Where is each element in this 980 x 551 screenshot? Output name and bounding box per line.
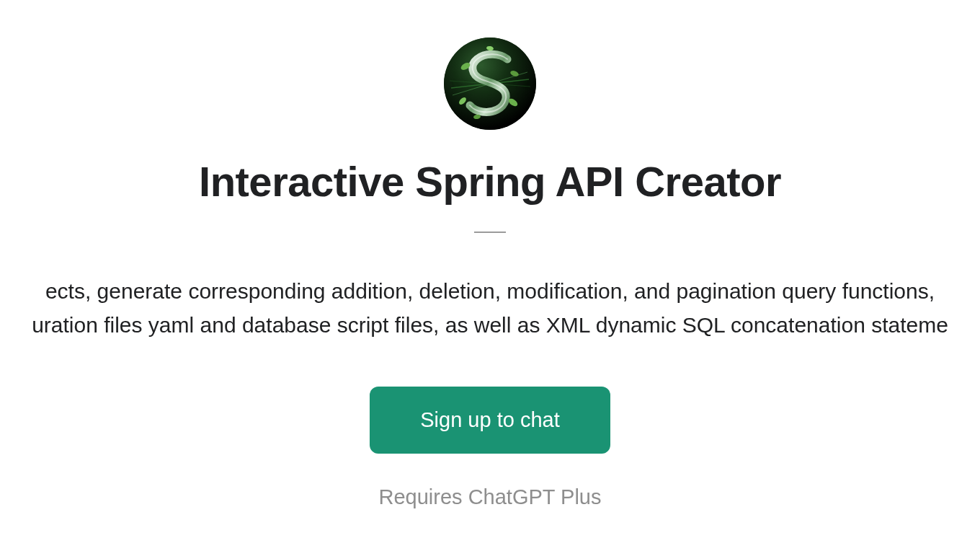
- requires-label: Requires ChatGPT Plus: [379, 485, 602, 509]
- signup-button[interactable]: Sign up to chat: [370, 387, 610, 454]
- title-divider: [474, 232, 506, 233]
- page-title: Interactive Spring API Creator: [199, 157, 781, 206]
- description-line-1: ects, generate corresponding addition, d…: [0, 275, 980, 309]
- spring-s-icon: [444, 38, 536, 130]
- app-description: ects, generate corresponding addition, d…: [0, 275, 980, 342]
- app-avatar: [444, 38, 536, 130]
- description-line-2: uration files yaml and database script f…: [0, 309, 980, 343]
